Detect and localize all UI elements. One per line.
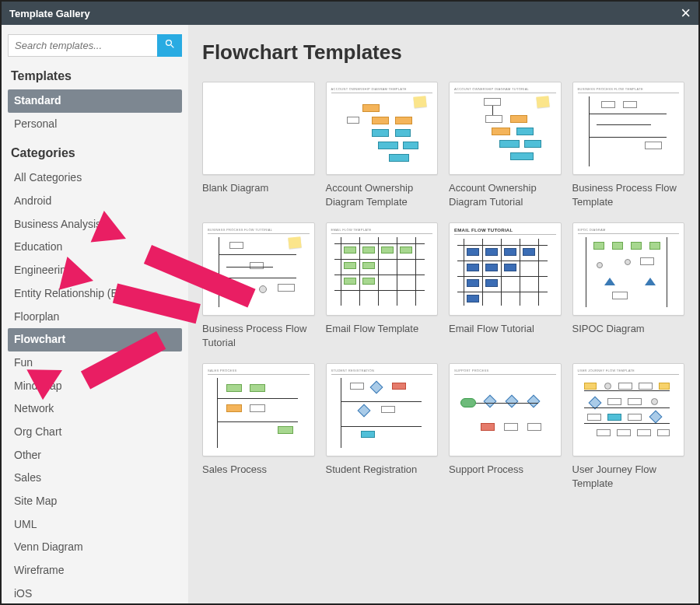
categories-item[interactable]: Engineering xyxy=(8,259,182,282)
main-panel: Flowchart Templates Blank DiagramACCOUNT… xyxy=(188,25,698,603)
template-label: Business Process Flow Tutorial xyxy=(202,322,315,349)
template-label: Account Ownership Diagram Template xyxy=(326,181,439,208)
template-label: Account Ownership Diagram Tutorial xyxy=(449,181,562,208)
template-label: Email Flow Tutorial xyxy=(449,322,562,348)
categories-item[interactable]: Other xyxy=(8,444,182,467)
template-label: Business Process Flow Template xyxy=(572,181,685,208)
search-row xyxy=(8,34,182,57)
categories-item[interactable]: Business Analysis xyxy=(8,213,182,236)
dialog-title: Template Gallery xyxy=(9,8,90,19)
template-thumbnail: SIPOC DIAGRAM xyxy=(572,222,685,316)
template-card[interactable]: USER JOURNEY FLOW TEMPLATEUser Journey F… xyxy=(572,363,685,490)
templates-list: StandardPersonal xyxy=(8,89,182,135)
template-thumbnail: ACCOUNT OWNERSHIP DIAGRAM TEMPLATE xyxy=(326,82,439,175)
categories-item[interactable]: All Categories xyxy=(8,166,182,190)
search-button[interactable] xyxy=(157,34,182,57)
template-card[interactable]: SIPOC DIAGRAMSIPOC Diagram xyxy=(572,222,685,349)
template-card[interactable]: EMAIL FLOW TEMPLATEEmail Flow Template xyxy=(326,222,439,349)
templates-item[interactable]: Personal xyxy=(8,113,182,136)
categories-item[interactable]: Education xyxy=(8,236,182,259)
dialog-body: Templates StandardPersonal Categories Al… xyxy=(2,25,698,603)
categories-item[interactable]: Android xyxy=(8,190,182,213)
template-label: User Journey Flow Template xyxy=(572,463,685,490)
template-card[interactable]: Blank Diagram xyxy=(202,82,315,208)
template-grid: Blank DiagramACCOUNT OWNERSHIP DIAGRAM T… xyxy=(202,82,684,490)
template-thumbnail: EMAIL FLOW TEMPLATE xyxy=(326,222,439,316)
categories-list: All CategoriesAndroidBusiness AnalysisEd… xyxy=(8,166,182,603)
template-thumbnail: BUSINESS PROCESS FLOW TUTORIAL xyxy=(202,222,315,316)
categories-item[interactable]: Fun xyxy=(8,351,182,375)
template-thumbnail: SALES PROCESS xyxy=(202,363,315,456)
categories-item[interactable]: UML xyxy=(8,513,182,537)
dialog-header: Template Gallery × xyxy=(2,2,698,25)
categories-section-title: Categories xyxy=(11,146,179,160)
template-label: Student Registration xyxy=(326,463,439,489)
template-thumbnail: ACCOUNT OWNERSHIP DIAGRAM TUTORIAL xyxy=(449,82,562,175)
templates-section-title: Templates xyxy=(11,69,179,83)
template-label: Blank Diagram xyxy=(202,181,315,208)
template-thumbnail xyxy=(202,82,315,175)
template-card[interactable]: SUPPORT PROCESSSupport Process xyxy=(449,363,562,490)
categories-item[interactable]: Site Map xyxy=(8,490,182,513)
template-label: Sales Process xyxy=(202,463,315,489)
categories-item[interactable]: Floorplan xyxy=(8,306,182,329)
search-icon xyxy=(164,38,176,53)
template-thumbnail: Email Flow Tutorial xyxy=(449,222,562,316)
template-card[interactable]: BUSINESS PROCESS FLOW TUTORIALBusiness P… xyxy=(202,222,315,349)
template-thumbnail: BUSINESS PROCESS FLOW TEMPLATE xyxy=(572,82,685,175)
template-card[interactable]: ACCOUNT OWNERSHIP DIAGRAM TUTORIALAccoun… xyxy=(449,82,562,208)
search-input[interactable] xyxy=(8,34,157,57)
categories-item[interactable]: Org Chart xyxy=(8,421,182,444)
template-label: Email Flow Template xyxy=(326,322,439,348)
categories-item[interactable]: Sales xyxy=(8,467,182,490)
categories-item[interactable]: iOS xyxy=(8,582,182,603)
template-thumbnail: SUPPORT PROCESS xyxy=(449,363,562,456)
close-icon[interactable]: × xyxy=(681,5,691,22)
template-card[interactable]: ACCOUNT OWNERSHIP DIAGRAM TEMPLATEAccoun… xyxy=(326,82,439,208)
template-thumbnail: USER JOURNEY FLOW TEMPLATE xyxy=(572,363,685,456)
categories-item[interactable]: Network xyxy=(8,397,182,421)
templates-item[interactable]: Standard xyxy=(8,89,182,113)
template-label: Support Process xyxy=(449,463,562,489)
template-card[interactable]: Email Flow TutorialEmail Flow Tutorial xyxy=(449,222,562,349)
template-label: SIPOC Diagram xyxy=(572,322,685,348)
template-thumbnail: STUDENT REGISTRATION xyxy=(326,363,439,456)
categories-item[interactable]: Flowchart xyxy=(8,328,182,351)
template-card[interactable]: SALES PROCESSSales Process xyxy=(202,363,315,490)
categories-item[interactable]: Venn Diagram xyxy=(8,536,182,559)
categories-item[interactable]: Entity Relationship (ERD) xyxy=(8,282,182,306)
template-card[interactable]: BUSINESS PROCESS FLOW TEMPLATEBusiness P… xyxy=(572,82,685,208)
categories-item[interactable]: Wireframe xyxy=(8,559,182,582)
categories-item[interactable]: Mind Map xyxy=(8,375,182,398)
template-card[interactable]: STUDENT REGISTRATIONStudent Registration xyxy=(326,363,439,490)
page-title: Flowchart Templates xyxy=(202,40,684,65)
sidebar: Templates StandardPersonal Categories Al… xyxy=(2,25,188,603)
